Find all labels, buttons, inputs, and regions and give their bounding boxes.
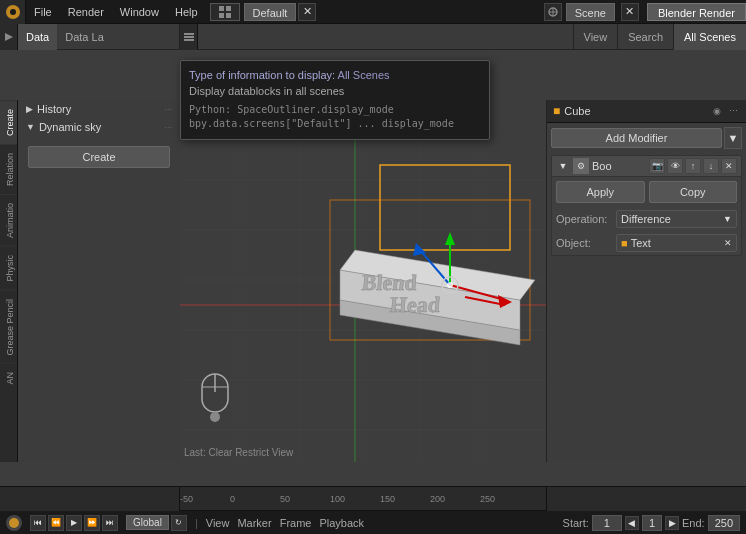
tooltip-title: Type of information to display: All Scen…	[189, 69, 481, 81]
mod-collapse[interactable]: ▼	[556, 159, 570, 173]
vt-relation[interactable]: Relation	[0, 144, 17, 194]
menu-file[interactable]: File	[26, 0, 60, 24]
scene-close[interactable]: ✕	[621, 3, 639, 21]
mod-icon-close[interactable]: ✕	[721, 158, 737, 174]
global-button[interactable]: Global	[126, 515, 169, 530]
mod-icon-down[interactable]: ↓	[703, 158, 719, 174]
layout-icon[interactable]	[210, 3, 240, 21]
svg-marker-33	[445, 232, 455, 245]
history-dots: ···	[164, 104, 172, 114]
rp-icon-camera[interactable]: ◉	[710, 104, 724, 118]
3d-object: Blend Head	[320, 190, 540, 352]
rp-icon-search[interactable]: ⋯	[726, 104, 740, 118]
modifier-header: ▼ ⚙ Boo 📷 👁 ↑ ↓ ✕	[552, 156, 741, 177]
operation-value[interactable]: Difference ▼	[616, 210, 737, 228]
layout-selector[interactable]: Default	[244, 3, 297, 21]
object-value[interactable]: ■ Text ✕	[616, 234, 737, 252]
cube-icon: ■	[553, 104, 560, 118]
navigation-cube[interactable]	[190, 372, 240, 432]
tab-data[interactable]: Data	[18, 24, 57, 50]
mod-icon-up[interactable]: ↑	[685, 158, 701, 174]
mod-icons: 📷 👁 ↑ ↓ ✕	[649, 158, 737, 174]
tab-search[interactable]: Search	[617, 24, 673, 50]
scene-icon[interactable]	[544, 3, 562, 21]
blender-logo[interactable]	[0, 0, 26, 24]
current-frame[interactable]: 1	[642, 515, 662, 531]
vt-physics[interactable]: Physic	[0, 246, 17, 290]
copy-button[interactable]: Copy	[649, 181, 738, 203]
timeline-markers: -50 0 50 100 150 200 250	[180, 487, 546, 511]
play-prev[interactable]: ⏪	[48, 515, 64, 531]
status-view[interactable]: View	[206, 517, 230, 529]
mod-icon-camera[interactable]: 📷	[649, 158, 665, 174]
frame-back[interactable]: ◀	[625, 516, 639, 530]
menu-help[interactable]: Help	[167, 0, 206, 24]
tmarker-0: -50	[180, 494, 193, 504]
svg-point-1	[10, 9, 16, 15]
vt-grease[interactable]: Grease Pencil	[0, 290, 17, 364]
add-modifier-button[interactable]: Add Modifier	[551, 128, 722, 148]
mod-type-icon[interactable]: ⚙	[573, 158, 589, 174]
bottom-bar: -50 0 50 100 150 200 250 ⏮ ⏪ ▶ ⏩ ⏭ Globa…	[0, 486, 746, 534]
apply-button[interactable]: Apply	[556, 181, 645, 203]
vt-animation[interactable]: Animatio	[0, 194, 17, 246]
create-button[interactable]: Create	[28, 146, 170, 168]
frame-range: Start: 1 ◀ 1 ▶ End: 250	[563, 515, 740, 531]
outliner-icon[interactable]	[180, 24, 198, 50]
play-button[interactable]: ▶	[66, 515, 82, 531]
object-row: Object: ■ Text ✕	[552, 231, 741, 255]
history-label: History	[37, 103, 71, 115]
modifier-action-buttons: Apply Copy	[552, 177, 741, 207]
right-panel: ■ Cube ◉ ⋯ Add Modifier ▼ ▼ ⚙ Boo 📷 👁 ↑	[546, 100, 746, 462]
blendhead-model: Blend Head	[320, 190, 540, 350]
top-menu-bar: File Render Window Help Default ✕ Scene …	[0, 0, 746, 24]
end-value[interactable]: 250	[708, 515, 740, 531]
sidebar-item-dynamic-sky[interactable]: ▼ Dynamic sky ···	[18, 118, 180, 136]
tab-view[interactable]: View	[573, 24, 618, 50]
status-frame[interactable]: Frame	[280, 517, 312, 529]
start-value[interactable]: 1	[592, 515, 622, 531]
tmarker-5: 200	[430, 494, 445, 504]
status-playback[interactable]: Playback	[319, 517, 364, 529]
tmarker-3: 100	[330, 494, 345, 504]
blender-icon[interactable]	[6, 515, 22, 531]
scene-selector[interactable]: Scene	[566, 3, 615, 21]
status-bar: ⏮ ⏪ ▶ ⏩ ⏭ Global ↻ | View Marker Frame P…	[0, 511, 746, 534]
mod-icon-eye[interactable]: 👁	[667, 158, 683, 174]
add-modifier-row: Add Modifier ▼	[547, 123, 746, 153]
frame-fwd[interactable]: ▶	[665, 516, 679, 530]
sync-icon[interactable]: ↻	[171, 515, 187, 531]
tooltip-popup: Type of information to display: All Scen…	[180, 60, 490, 140]
sky-dots: ···	[164, 122, 172, 132]
rp-header: ■ Cube ◉ ⋯	[547, 100, 746, 123]
global-selector-area: Global ↻	[126, 515, 187, 531]
menu-render[interactable]: Render	[60, 0, 112, 24]
menu-window[interactable]: Window	[112, 0, 167, 24]
layout-close[interactable]: ✕	[298, 3, 316, 21]
playback-icons: ⏮ ⏪ ▶ ⏩ ⏭	[30, 515, 118, 531]
viewport[interactable]: User Ortho Blend Head	[180, 100, 546, 462]
tab-all-scenes[interactable]: All Scenes	[673, 24, 746, 50]
engine-button[interactable]: Blender Render	[647, 3, 746, 21]
sidebar-item-history[interactable]: ▶ History ···	[18, 100, 180, 118]
timeline-bar[interactable]: -50 0 50 100 150 200 250	[0, 487, 746, 511]
play-next[interactable]: ⏩	[84, 515, 100, 531]
tooltip-title-value: All Scenes	[338, 69, 390, 81]
add-modifier-dropdown[interactable]: ▼	[724, 127, 742, 149]
tooltip-code-2: bpy.data.screens["Default"] ... display_…	[189, 117, 481, 131]
play-begin[interactable]: ⏮	[30, 515, 46, 531]
operation-label: Operation:	[556, 213, 616, 225]
vt-create[interactable]: Create	[0, 100, 17, 144]
left-header-icon[interactable]	[0, 24, 18, 50]
status-marker[interactable]: Marker	[237, 517, 271, 529]
object-clear[interactable]: ✕	[724, 238, 732, 248]
tab-data-la[interactable]: Data La	[57, 24, 112, 50]
left-header: Data Data La	[0, 24, 180, 50]
tooltip-description: Display datablocks in all scenes	[189, 85, 481, 97]
operation-row: Operation: Difference ▼	[552, 207, 741, 231]
vt-an[interactable]: AN	[0, 363, 17, 393]
operation-dropdown-arrow: ▼	[723, 214, 732, 224]
play-end[interactable]: ⏭	[102, 515, 118, 531]
svg-text:Head: Head	[389, 292, 441, 317]
operation-text: Difference	[621, 213, 671, 225]
